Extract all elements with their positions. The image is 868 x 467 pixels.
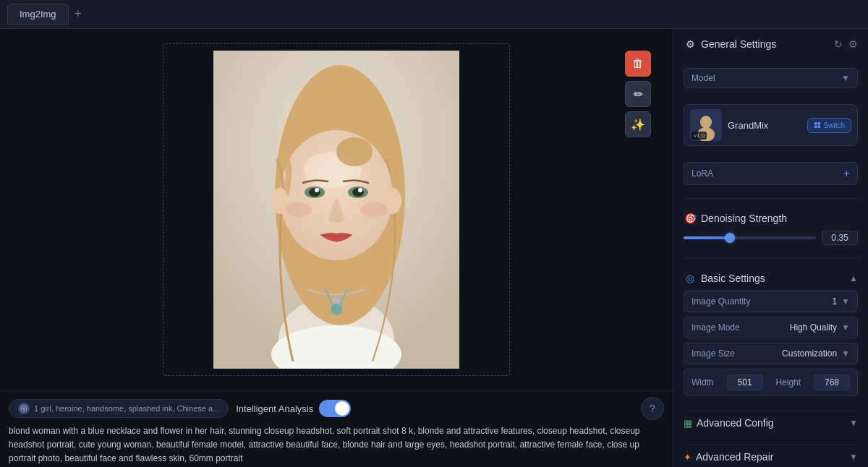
main-layout: 🗑 ✏ ✨ 1 <box>0 29 868 467</box>
magic-icon: ✨ <box>631 118 645 132</box>
edit-icon: ✏ <box>634 87 643 101</box>
toggle-knob <box>335 401 349 416</box>
advanced-config-label: Advanced Config <box>697 417 774 429</box>
advanced-config-chevron[interactable]: ▼ <box>849 418 858 428</box>
advanced-config-header[interactable]: ▦ Advanced Config ▼ <box>684 411 858 434</box>
canvas-tools: 🗑 ✏ ✨ <box>625 51 651 137</box>
prompt-area: 1 girl, heroine, handsome, splashed ink,… <box>0 390 673 467</box>
svg-point-12 <box>358 188 362 192</box>
height-input[interactable] <box>814 374 850 390</box>
image-size-value-container: Customization ▼ <box>782 348 850 359</box>
general-settings-label: General Settings <box>701 38 776 50</box>
height-label: Height <box>775 377 801 387</box>
advanced-repair-label: Advanced Repair <box>696 451 773 463</box>
image-mode-row: Image Mode High Quality ▼ <box>684 317 858 338</box>
image-mode-chevron[interactable]: ▼ <box>841 322 850 333</box>
model-card: v1.0 GrandMix Switch <box>684 104 858 146</box>
svg-rect-25 <box>814 122 817 125</box>
denoising-label: Denoising Strength <box>701 213 787 224</box>
denoising-section: 🎯 Denoising Strength 0.35 <box>684 212 858 245</box>
svg-point-19 <box>361 202 387 217</box>
section-actions: ↻ ⚙ <box>834 38 858 50</box>
lora-add-button[interactable]: + <box>843 167 850 180</box>
width-label: Width <box>692 377 714 387</box>
tab-label: Img2Img <box>20 9 56 20</box>
tag-icon <box>18 403 30 414</box>
canvas-area: 🗑 ✏ ✨ 1 <box>0 29 673 467</box>
advanced-repair-header[interactable]: ✦ Advanced Repair ▼ <box>684 445 858 467</box>
image-mode-value-container: High Quality ▼ <box>790 322 850 333</box>
delete-button[interactable]: 🗑 <box>625 51 651 77</box>
basic-settings-chevron[interactable]: ▲ <box>849 273 858 283</box>
help-button[interactable]: ? <box>641 397 664 420</box>
advanced-config-title: ▦ Advanced Config <box>684 417 774 429</box>
svg-point-21 <box>22 407 25 410</box>
portrait-image <box>213 51 459 369</box>
model-dropdown-chevron: ▼ <box>841 73 850 83</box>
help-icon: ? <box>650 403 655 414</box>
model-thumbnail: v1.0 <box>690 109 722 141</box>
img2img-tab[interactable]: Img2Img <box>7 4 69 25</box>
switch-label: Switch <box>824 121 845 129</box>
image-quantity-label: Image Quantity <box>692 296 750 307</box>
basic-settings-section: ◎ Basic Settings ▲ Image Quantity 1 ▼ Im… <box>684 272 858 400</box>
svg-rect-28 <box>817 126 820 129</box>
prompt-tag[interactable]: 1 girl, heroine, handsome, splashed ink,… <box>9 399 229 418</box>
image-size-chevron[interactable]: ▼ <box>841 348 850 359</box>
basic-settings-icon: ◎ <box>684 272 697 285</box>
width-input[interactable] <box>727 374 763 390</box>
prompt-text-area <box>9 424 664 467</box>
general-settings-header: ⚙ General Settings ↻ ⚙ <box>684 38 858 51</box>
slider-fill <box>684 236 730 239</box>
prompt-input[interactable] <box>9 424 664 466</box>
image-mode-label: Image Mode <box>692 322 740 333</box>
image-quantity-value: 1 <box>832 296 837 307</box>
switch-button[interactable]: Switch <box>807 118 851 133</box>
slider-track[interactable] <box>684 236 816 239</box>
svg-rect-26 <box>817 122 820 125</box>
svg-point-15 <box>331 304 342 315</box>
advanced-repair-chevron[interactable]: ▼ <box>849 452 858 462</box>
slider-row: 0.35 <box>684 231 858 245</box>
basic-settings-title: ◎ Basic Settings <box>684 272 765 285</box>
lora-row: LoRA + <box>684 162 858 185</box>
prompt-top: 1 girl, heroine, handsome, splashed ink,… <box>9 397 664 420</box>
image-size-row: Image Size Customization ▼ <box>684 343 858 364</box>
intelligent-analysis-label: Intelligent Analysis <box>236 403 313 414</box>
divider-1 <box>684 198 858 199</box>
model-dropdown-label: Model <box>692 73 715 83</box>
settings-icon: ⚙ <box>684 38 697 51</box>
svg-point-23 <box>700 116 712 129</box>
edit-button[interactable]: ✏ <box>625 81 651 107</box>
advanced-repair-icon: ✦ <box>684 452 692 463</box>
top-bar: Img2Img + <box>0 0 868 29</box>
advanced-repair-title: ✦ Advanced Repair <box>684 451 773 463</box>
general-settings-title: ⚙ General Settings <box>684 38 776 51</box>
canvas-workspace: 🗑 ✏ ✨ <box>0 29 673 390</box>
model-info: GrandMix <box>728 120 801 131</box>
model-name: GrandMix <box>728 120 801 131</box>
advanced-config-icon: ▦ <box>684 418 692 429</box>
slider-thumb[interactable] <box>725 233 735 243</box>
image-dimensions-row: Width Height <box>684 369 858 396</box>
basic-settings-label: Basic Settings <box>701 273 765 284</box>
model-badge: v1.0 <box>692 132 707 140</box>
toggle-switch[interactable] <box>319 400 351 417</box>
image-quantity-value-container: 1 ▼ <box>832 296 850 307</box>
magic-button[interactable]: ✨ <box>625 111 651 137</box>
denoising-title: 🎯 Denoising Strength <box>684 212 858 225</box>
svg-rect-27 <box>814 126 817 129</box>
image-container <box>163 43 510 376</box>
settings-gear-button[interactable]: ⚙ <box>848 38 858 50</box>
model-dropdown[interactable]: Model ▼ <box>684 68 858 88</box>
image-quantity-chevron[interactable]: ▼ <box>841 296 850 307</box>
refresh-button[interactable]: ↻ <box>834 38 843 50</box>
svg-point-11 <box>315 188 319 192</box>
lora-label: LoRA <box>692 168 713 179</box>
svg-point-14 <box>333 296 340 304</box>
image-quantity-row: Image Quantity 1 ▼ <box>684 291 858 312</box>
image-size-value: Customization <box>782 348 837 359</box>
denoising-icon: 🎯 <box>684 212 697 225</box>
basic-settings-header: ◎ Basic Settings ▲ <box>684 272 858 285</box>
add-tab-button[interactable]: + <box>72 7 85 22</box>
